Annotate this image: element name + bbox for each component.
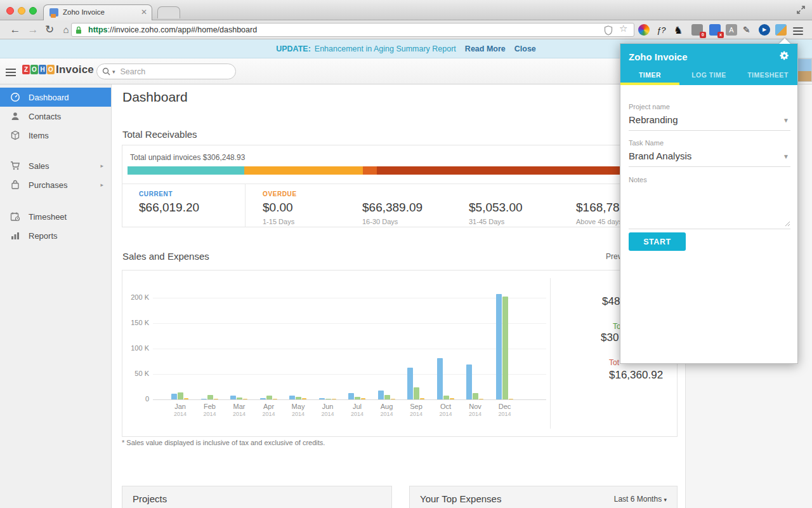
play-extension-icon[interactable]: ▶ [759,24,771,36]
banner-read-more-link[interactable]: Read More [465,44,506,53]
new-tab-button[interactable] [157,6,180,18]
window-close-button[interactable] [6,7,14,15]
top-expenses-panel-header: Your Top Expenses Last 6 Months ▾ [410,486,677,508]
aging-sub: 31-45 Days [469,218,523,225]
top-expenses-panel: Your Top Expenses Last 6 Months ▾ [409,486,678,508]
back-button[interactable]: ← [8,22,23,37]
aging-column: $5,053.00 31-45 Days [469,184,523,228]
chart-y-tick: 50 K [122,370,149,377]
divider [550,278,551,429]
zoho-timer-extension-icon[interactable] [775,24,787,36]
period-label: Last 6 Months [614,495,662,504]
sidebar-item-timesheet[interactable]: Timesheet [0,207,111,226]
forward-button[interactable]: → [25,22,41,37]
window-minimize-button[interactable] [18,7,25,15]
sidebar-item-sales[interactable]: Sales ▸ [0,156,111,175]
chart-gridline [153,323,546,324]
function-help-extension-icon[interactable]: ƒ? [657,24,669,36]
popup-tabs: TIMER LOG TIME TIMESHEET [620,67,797,83]
progress-segment [363,166,377,175]
chart-bar-series_green [207,395,213,399]
browser-tab[interactable]: Zoho Invoice ✕ [43,4,152,20]
projects-panel: Projects [122,486,392,508]
color-wheel-extension-icon[interactable] [638,24,650,36]
task-name-label: Task Name [629,139,790,147]
receivables-panel: Total unpaid invoices $306,248.93 CURREN… [122,145,678,227]
gear-icon[interactable] [779,50,790,61]
logo-letter: O [30,65,38,74]
chart-bar-series_orange [450,398,454,399]
chart-x-label: Apr2014 [255,403,283,417]
chart-bar-series_green [384,395,390,399]
address-bar[interactable]: https://invoice.zoho.com/app#/home/dashb… [71,23,634,37]
top-expenses-title: Your Top Expenses [420,493,501,504]
sidebar-label: Reports [29,231,58,241]
chart-y-tick: 0 [122,395,149,403]
notes-input[interactable] [629,185,790,224]
search-scope-caret-icon[interactable]: ▾ [112,69,115,75]
chart-bar-series_orange [509,399,513,400]
task-name-select[interactable]: Brand Analysis ▼ [629,147,790,167]
chart-bar-series_orange [214,399,218,400]
sidebar-item-contacts[interactable]: Contacts [0,107,111,126]
chart-bar-series_blue [230,396,236,399]
aging-value: $5,053.00 [469,201,523,215]
chart-bar-series_orange [479,399,483,400]
resize-handle-icon[interactable] [785,221,790,227]
black-animal-extension-icon[interactable]: ♞ [674,24,686,36]
window-expand-icon[interactable] [796,5,806,15]
bookmark-star-icon[interactable]: ☆ [619,23,627,34]
notes-label: Notes [629,176,647,184]
chevron-right-icon: ▸ [100,182,103,188]
top-expenses-period-dropdown[interactable]: Last 6 Months ▾ [614,495,667,504]
tab-close-icon[interactable]: ✕ [141,8,147,17]
task-field: Task Name Brand Analysis ▼ [629,139,790,167]
chart-x-label: Nov2014 [461,403,489,417]
blue-extension-icon[interactable]: x [709,24,721,36]
tab-timer[interactable]: TIMER [620,67,679,83]
chart-period-dropdown[interactable]: Prev [606,252,622,261]
project-name-select[interactable]: Rebranding ▼ [629,110,790,131]
eyedropper-extension-icon[interactable]: ✎ [743,24,755,36]
chart-x-label: Jan2014 [166,403,194,417]
sidebar-label: Items [29,131,49,140]
sidebar-item-purchases[interactable]: Purchases ▸ [0,175,111,194]
chart-gridline [153,349,546,349]
chart-y-tick: 200 K [122,293,149,301]
translate-extension-icon[interactable]: A [726,24,738,36]
gray-extension-icon[interactable]: 0 [691,24,704,36]
screen: Zoho Invoice ✕ ← → ↻ ⌂ https://invoice.z… [0,0,812,508]
app-menu-icon[interactable] [6,67,16,78]
receivables-progress [128,166,672,175]
search-input[interactable] [119,67,214,77]
sidebar-item-reports[interactable]: Reports [0,226,111,245]
chart-bar-series_green [443,396,449,399]
chrome-menu-icon[interactable] [793,25,805,37]
shield-icon[interactable] [604,25,613,36]
chart-bar-series_blue [201,399,207,400]
start-timer-button[interactable]: START [629,232,686,251]
chart-bar-series_orange [420,398,424,399]
search-box[interactable]: ▾ [96,64,236,79]
sidebar-item-dashboard[interactable]: Dashboard [0,88,111,107]
chart-bar-series_orange [273,399,277,400]
banner-close-link[interactable]: Close [514,44,536,53]
aging-column: $66,389.09 16-30 Days [362,184,422,228]
logo-letter: Z [22,65,30,74]
sidebar-label: Purchases [29,180,67,190]
chart-x-label: Sep2014 [402,403,430,417]
window-zoom-button[interactable] [29,7,37,15]
chart-bar-series_orange [243,399,247,400]
sidebar-item-items[interactable]: Items [0,126,111,145]
tab-log-time[interactable]: LOG TIME [679,67,738,83]
project-name-value: Rebranding [629,114,678,125]
chart-x-label: Feb2014 [196,403,224,417]
summary-value-3: $16,360.92 [609,369,663,382]
tab-timesheet[interactable]: TIMESHEET [738,67,797,83]
reload-button[interactable]: ↻ [42,22,57,37]
browser-toolbar: ← → ↻ ⌂ https://invoice.zoho.com/app#/ho… [0,20,812,39]
divider [245,184,246,227]
summary-value-1: $48 [602,295,620,308]
chart-bar-series_green [502,297,508,399]
cart-icon [10,161,20,171]
